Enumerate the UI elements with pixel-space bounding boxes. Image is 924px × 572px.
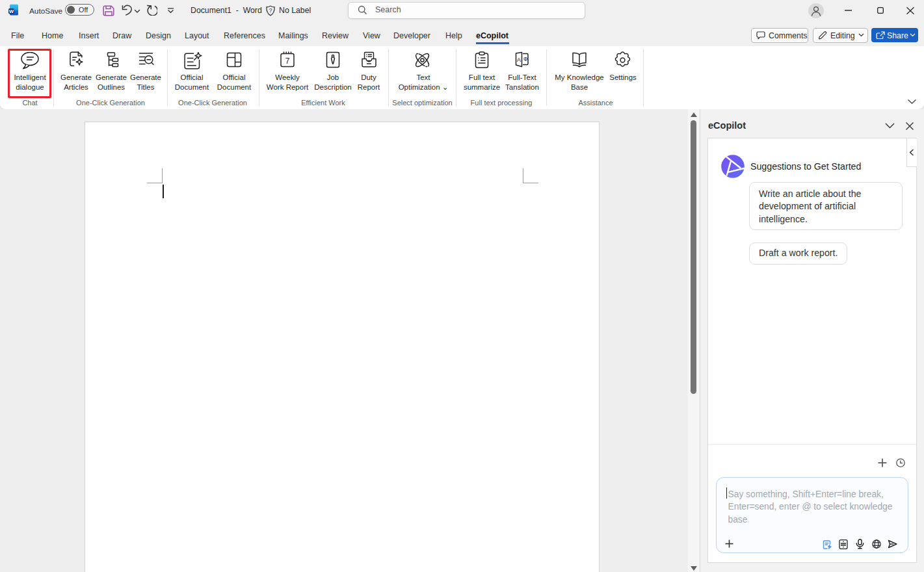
svg-text:A: A — [517, 56, 521, 63]
svg-text:W: W — [9, 8, 14, 14]
svg-text:Ф: Ф — [523, 56, 527, 62]
svg-text:7: 7 — [285, 57, 290, 66]
svg-text:?: ? — [269, 7, 272, 14]
